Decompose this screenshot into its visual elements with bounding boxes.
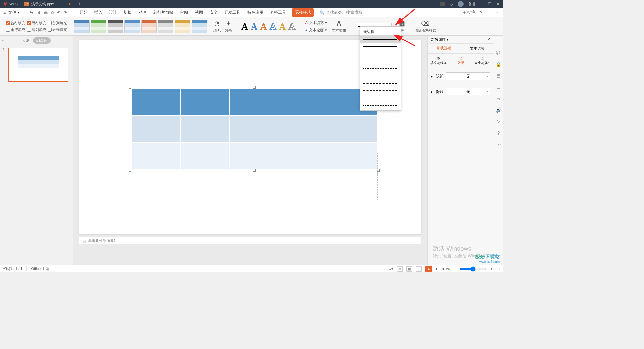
wordart-a[interactable]: A (279, 21, 286, 32)
outline-tab[interactable]: 大纲 (22, 38, 30, 43)
style-thumb[interactable] (141, 20, 157, 33)
save-icon[interactable]: 🖫 (37, 10, 41, 15)
new-tab-button[interactable]: + (75, 1, 85, 7)
border-dash-space[interactable] (360, 94, 401, 102)
reading-view-icon[interactable]: ▯ (416, 266, 422, 272)
tab-table-style[interactable]: 表格样式 (292, 8, 314, 17)
size-subtab[interactable]: ⬚大小与属性 (472, 54, 494, 68)
fill-button[interactable]: ◔填充 (211, 20, 223, 33)
fit-icon[interactable]: ⊡ (497, 267, 500, 271)
tab-transition[interactable]: 切换 (123, 8, 132, 17)
redo-icon[interactable]: ↷ (64, 10, 67, 15)
wordart-a[interactable]: A (288, 21, 295, 32)
play-icon[interactable]: ▷ (497, 119, 500, 124)
effect-button[interactable]: ✦效果 (223, 20, 234, 33)
notification-badge[interactable]: 1 (440, 2, 446, 6)
check-first-col[interactable]: 首列填充 (48, 21, 67, 26)
notes-toggle[interactable]: ≡▾ (389, 267, 393, 271)
style-thumb[interactable] (124, 20, 140, 33)
lock-icon[interactable]: 🔒 (496, 62, 501, 67)
collapse-ribbon-icon[interactable]: ︿ (496, 10, 500, 15)
wordart-gallery[interactable]: A A A A A A (238, 21, 298, 32)
text-effect-button[interactable]: A文本效果 (330, 20, 348, 33)
border-dash-dot[interactable] (360, 65, 401, 72)
annotate-button[interactable]: ⊕ 批注 (463, 10, 475, 15)
style-thumb[interactable] (158, 20, 173, 33)
style-thumb[interactable] (175, 20, 190, 33)
slides-tab[interactable]: 幻灯片 (33, 37, 51, 44)
wordart-a[interactable]: A (241, 21, 248, 32)
border-long-dash[interactable] (360, 80, 401, 87)
open-icon[interactable]: 🗁 (29, 10, 33, 15)
select-icon[interactable]: ⬚ (496, 39, 501, 44)
tab-insert[interactable]: 插入 (94, 8, 103, 17)
slide-icon[interactable]: ▭ (496, 85, 501, 90)
tab-review[interactable]: 审阅 (179, 8, 189, 17)
style-thumb[interactable] (74, 20, 90, 33)
tab-slideshow[interactable]: 幻灯片放映 (153, 8, 174, 17)
border-dash-dot-dot[interactable] (360, 72, 401, 80)
check-first-row[interactable]: 首行填充 (6, 21, 25, 26)
tab-security[interactable]: 安全 (209, 8, 218, 17)
zoom-value[interactable]: 101% (441, 267, 450, 271)
search-box[interactable]: 🔍 查找命令、搜索模板 (320, 10, 362, 15)
wordart-a[interactable]: A (251, 21, 257, 32)
maximize-icon[interactable]: ❐ (488, 2, 492, 6)
tab-view[interactable]: 视图 (194, 8, 204, 17)
close-panel-icon[interactable]: ✕ (487, 37, 490, 42)
more-icon[interactable]: ⋮ (487, 10, 491, 15)
check-last-col[interactable]: 末列填充 (48, 27, 67, 32)
clear-style-button[interactable]: ⌫清除表格样式 (412, 20, 438, 33)
content-placeholder[interactable] (122, 153, 378, 200)
expand-icon[interactable]: ▸ (431, 74, 433, 79)
slide-thumbnail[interactable]: 1 (3, 48, 70, 82)
undo-icon[interactable]: ↶ (57, 10, 60, 15)
help-icon[interactable]: ? (480, 10, 482, 15)
bevel-select[interactable]: 无▾ (446, 88, 490, 95)
template-icon[interactable]: ▤ (496, 73, 501, 79)
close-icon[interactable]: ✕ (496, 2, 500, 6)
effect-subtab[interactable]: ⬠效果 (450, 54, 472, 68)
border-long-dash-dot[interactable] (360, 102, 401, 109)
style-thumb[interactable] (192, 20, 207, 33)
tab-developer[interactable]: 开发工具 (224, 8, 241, 17)
tab-table-tools[interactable]: 表格工具 (269, 8, 287, 17)
image-icon[interactable]: ▱ (497, 96, 500, 101)
border-dotted[interactable] (360, 57, 401, 65)
check-alt-col[interactable]: 隔列填充 (27, 27, 46, 32)
skin-icon[interactable]: ◇ (450, 2, 453, 6)
tab-features[interactable]: 特色应用 (247, 8, 264, 17)
help-icon[interactable]: ? (497, 130, 500, 136)
border-dense-dash[interactable] (360, 50, 401, 57)
print-icon[interactable]: 🖶 (44, 10, 48, 15)
avatar[interactable] (458, 1, 464, 7)
style-thumb[interactable] (91, 20, 106, 33)
collapse-icon[interactable]: « (2, 38, 4, 42)
shadow-select[interactable]: 无▾ (446, 72, 490, 80)
document-tab[interactable]: P 演示文稿.pptx • (21, 0, 57, 8)
zoom-out-icon[interactable]: − (454, 267, 456, 271)
shape-options-tab[interactable]: 形状选项 (428, 44, 461, 53)
zoom-slider[interactable] (460, 266, 486, 272)
notes-bar[interactable]: ▤ 单击此处添加备注 (79, 237, 421, 244)
fill-line-subtab[interactable]: ◔填充与线条 (428, 54, 450, 68)
text-fill-button[interactable]: A文本填充 ▾ (305, 20, 327, 26)
hamburger-icon[interactable]: ≡ (3, 10, 6, 15)
tab-animation[interactable]: 动画 (138, 8, 147, 17)
wordart-a[interactable]: A (260, 21, 267, 32)
expand-icon[interactable]: ▸ (431, 90, 433, 94)
minimize-icon[interactable]: ─ (480, 2, 483, 6)
more-icon[interactable]: ⋯ (496, 142, 501, 147)
zoom-in-icon[interactable]: ＋ (490, 266, 493, 271)
style-thumb[interactable] (108, 20, 123, 33)
border-wide-dash[interactable] (360, 87, 401, 94)
tab-start[interactable]: 开始 (79, 8, 88, 17)
audio-icon[interactable]: 🔊 (496, 107, 501, 113)
print-preview-icon[interactable]: ⎙ (51, 10, 54, 15)
sorter-view-icon[interactable]: ▦ (406, 266, 412, 272)
layers-icon[interactable]: ⿻ (496, 50, 501, 56)
file-menu[interactable]: 文件 ▾ (8, 10, 19, 15)
slideshow-button[interactable]: ▶ (425, 266, 432, 272)
wordart-a[interactable]: A (270, 21, 276, 32)
text-outline-button[interactable]: A文本轮廓 ▾ (305, 28, 327, 33)
